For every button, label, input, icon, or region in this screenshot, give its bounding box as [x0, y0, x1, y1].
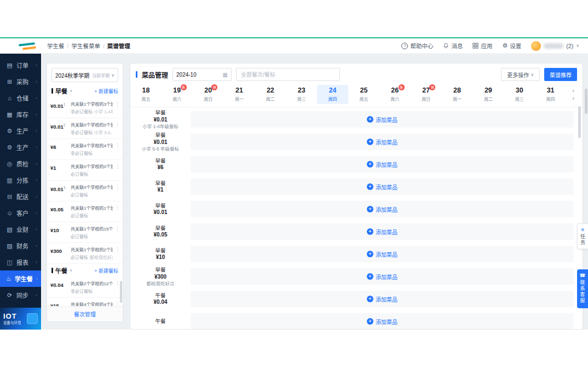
meal-standard-item[interactable]: ¥15 共关联4个学校的4个班级 必订餐标 ⋮ [47, 298, 123, 306]
calendar-day[interactable]: 29 周二 [472, 85, 504, 104]
sidebar-item[interactable]: ☺ 客户 › [0, 205, 41, 221]
new-meal-standard-link[interactable]: + 新建餐标 [94, 267, 118, 274]
calendar-day[interactable]: 31 周四 [535, 85, 566, 104]
chevron-right-icon: › [36, 177, 37, 183]
meal-price: ¥0.05 [153, 232, 167, 239]
calendar-day[interactable]: 18 周五 [130, 85, 162, 104]
calendar-day[interactable]: 28 周一 [442, 85, 473, 104]
calendar-day[interactable]: 19休 周六 [162, 85, 193, 104]
collapse-icon[interactable]: ∧ [70, 89, 72, 93]
add-dish-button[interactable]: + 添加菜品 [367, 318, 397, 326]
user-menu[interactable]: (2) ∨ [531, 41, 579, 51]
meal-standard-item[interactable]: ¥0.012 共关联0个学校的0个班级 非必订餐标小学 5-6... ⋮ [47, 118, 123, 139]
sidebar-item[interactable]: ◫ 报表 › [0, 254, 41, 270]
more-actions-button[interactable]: 更多操作∨ [501, 68, 540, 81]
calendar-prev-button[interactable]: ‹ [572, 88, 574, 94]
messages-button[interactable]: 消息 [443, 42, 463, 50]
collapse-icon[interactable]: ∧ [70, 268, 72, 273]
more-icon[interactable]: ⋮ [115, 101, 120, 118]
more-icon[interactable]: ⋮ [115, 226, 120, 243]
more-icon[interactable]: ⋮ [115, 184, 120, 201]
sidebar-item-label: 报表 [16, 258, 32, 267]
meal-standard-item[interactable]: ¥0.05 共关联1个学校的1个班级 必订餐标 ⋮ [47, 201, 123, 222]
semester-select[interactable]: 2024秋季学期 当前学期 ∨ [51, 68, 118, 82]
sidebar-item[interactable]: ▥ 分拣 › [0, 172, 41, 188]
search-input[interactable] [236, 68, 340, 81]
new-meal-standard-link[interactable]: + 新建餐标 [94, 88, 118, 95]
meal-price: ¥10 [156, 254, 165, 261]
calendar-day[interactable]: 25 周五 [348, 85, 379, 104]
user-name-redacted [544, 43, 563, 49]
help-center-button[interactable]: ? 帮助中心 [401, 42, 433, 50]
sidebar-item[interactable]: ⚙ 生产 › [0, 123, 41, 139]
add-dish-button[interactable]: + 添加菜品 [367, 295, 397, 303]
sidebar-item[interactable]: ◎ 质检 › [0, 155, 41, 172]
calendar-day[interactable]: 23 周三 [286, 85, 317, 104]
meal-standard-item[interactable]: ¥6 共关联4个学校的4个班级 非必订餐标 ⋮ [47, 139, 123, 160]
iot-brand[interactable]: IOT 设备与环境 [0, 308, 41, 330]
meal-meta: 午餐 ¥0.04 [130, 292, 191, 306]
sidebar-item[interactable]: ⟳ 同步 › [0, 287, 41, 303]
breadcrumb-item-2[interactable]: 学生餐菜单 [71, 42, 100, 50]
sidebar-item[interactable]: ⚙ 生产 › [0, 139, 41, 155]
meal-standard-item[interactable]: ¥1 共关联0个学校的0个班级 必订餐标 ⋮ [47, 160, 123, 181]
breadcrumb-item-1[interactable]: 学生餐 [47, 42, 65, 50]
add-dish-button[interactable]: + 添加菜品 [367, 138, 397, 146]
add-dish-button[interactable]: + 添加菜品 [367, 250, 397, 258]
sidebar-item[interactable]: ▧ 业财 › [0, 221, 41, 238]
sidebar-item[interactable]: ▦ 库存 › [0, 106, 41, 123]
calendar-day[interactable]: 30 周三 [504, 85, 535, 104]
more-icon[interactable]: ⋮ [115, 142, 120, 159]
add-dish-button[interactable]: + 添加菜品 [367, 205, 397, 214]
month-picker[interactable]: 2024-10 ▦ [172, 68, 232, 81]
sidebar-item-label: 客户 [16, 209, 32, 217]
logo-stripe-orange [22, 46, 36, 50]
calendar-next-button[interactable]: › [572, 95, 574, 101]
calendar-days: 18 周五 19休 周六 20休 周日 [130, 85, 566, 104]
sidebar-item[interactable]: ⊞ 采购 › [0, 73, 41, 90]
sidebar-item[interactable]: ▤ 订单 › [0, 57, 41, 73]
meal-standard-item[interactable]: ¥10 共关联1个学校的15个班级 必订餐标 ⋮ [47, 222, 123, 243]
add-dish-button[interactable]: + 添加菜品 [367, 160, 397, 169]
page-scrollbar[interactable] [585, 89, 587, 114]
main-scrollbar[interactable] [578, 106, 581, 138]
add-dish-button[interactable]: + 添加菜品 [367, 116, 397, 124]
meal-standard-item[interactable]: ¥0.04 共关联2个学校的12个班级 非必订餐标 ⋮ [47, 277, 123, 298]
meal-times-button[interactable]: 餐次管理 [47, 306, 123, 321]
menu-recommend-button[interactable]: 菜谱推荐 [544, 68, 577, 81]
service-label: 联系客服 [579, 280, 586, 304]
panel-scrollbar[interactable] [120, 281, 122, 303]
standard-index: 3 [64, 186, 66, 189]
sidebar-item[interactable]: ⊟ 配送 › [0, 188, 41, 205]
add-dish-button[interactable]: + 添加菜品 [367, 273, 397, 281]
sidebar-item[interactable]: ♨ 学生餐 › [0, 270, 41, 287]
more-icon[interactable]: ⋮ [115, 163, 120, 180]
more-icon[interactable]: ⋮ [115, 246, 120, 263]
calendar-day[interactable]: 22 周二 [255, 85, 286, 104]
meal-standard-item[interactable]: ¥300 共关联1个学校的2个班级 必订餐标都给我吃好点 ⋮ [47, 243, 123, 264]
meal-standard-item[interactable]: ¥0.013 共关联0个学校的0个班级 必订餐标 ⋮ [47, 181, 123, 201]
contact-service-button[interactable]: ☎ 联系客服 [577, 269, 588, 308]
calendar-strip: 18 周五 19休 周六 20休 周日 [130, 85, 583, 107]
standard-relation: 共关联0个学校的0个班级 [71, 122, 113, 128]
calendar-day[interactable]: 27休 周日 [411, 85, 442, 104]
sidebar-item[interactable]: ▨ 财务 › [0, 238, 41, 254]
task-float-button[interactable]: ≡ 任务 [577, 223, 588, 249]
apps-button[interactable]: 应用 [472, 42, 492, 50]
calendar-day[interactable]: 20休 周日 [193, 85, 224, 104]
add-dish-button[interactable]: + 添加菜品 [367, 183, 397, 191]
add-dish-button[interactable]: + 添加菜品 [367, 228, 397, 236]
standard-tag: 都给我吃好点 [90, 255, 113, 260]
sidebar-item-label: 库存 [16, 110, 32, 119]
meal-standard-item[interactable]: ¥0.011 共关联1个学校的3个班级 非必订餐标小学 1-4年... ⋮ [47, 97, 123, 118]
calendar-day[interactable]: 21 周一 [224, 85, 255, 104]
calendar-day[interactable]: 26休 周六 [379, 85, 411, 104]
more-icon[interactable]: ⋮ [115, 122, 120, 139]
standard-relation: 共关联4个学校的4个班级 [71, 142, 113, 148]
settings-button[interactable]: ⚙ 设置 [502, 42, 521, 50]
meal-name: 午餐 [155, 318, 165, 325]
calendar-day[interactable]: 24 周四 [317, 85, 348, 104]
more-icon[interactable]: ⋮ [115, 205, 120, 222]
sidebar-item[interactable]: ⌂ 仓储 › [0, 90, 41, 106]
weekday-label: 周二 [484, 96, 493, 102]
